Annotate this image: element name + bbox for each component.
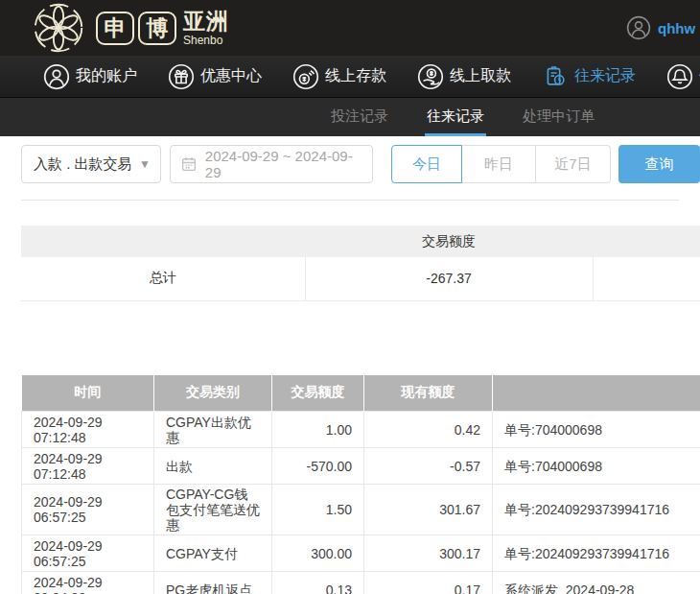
- cell-amount: 300.00: [272, 535, 364, 572]
- col-balance: 现有额度: [364, 375, 493, 412]
- cell-type: CGPAY出款优惠: [154, 412, 272, 448]
- avatar-icon: [626, 15, 651, 40]
- top-brand-bar: 申 博 亚洲 Shenbo qhhw: [0, 0, 700, 56]
- summary-total-value: -267.37: [305, 257, 593, 300]
- transactions-table: 时间 交易类别 交易额度 现有额度 摘要 2024-09-29 07:12:48…: [21, 375, 700, 594]
- cell-amount: 1.00: [272, 412, 364, 448]
- date-range-value: 2024-09-29 ~ 2024-09-29: [205, 148, 362, 180]
- cell-summary: 单号:704000698: [493, 412, 700, 448]
- col-summary: 摘要: [493, 375, 700, 412]
- nav-item-promotions[interactable]: 优惠中心: [168, 63, 262, 90]
- cell-amount: 1.50: [272, 485, 364, 535]
- nav-label: 线上存款: [325, 66, 386, 86]
- today-button[interactable]: 今日: [391, 145, 462, 183]
- nav-label: 我的账户: [76, 66, 137, 86]
- nav-label: 优惠中心: [200, 66, 262, 86]
- date-range-input[interactable]: 2024-09-29 ~ 2024-09-29: [170, 145, 373, 183]
- cell-time: 2024-09-29 02:04:08: [22, 572, 154, 594]
- summary-empty-cell: [593, 257, 700, 300]
- cell-balance: 0.17: [364, 572, 493, 594]
- cell-balance: 300.17: [364, 535, 493, 572]
- user-icon: [43, 63, 70, 90]
- flower-logo-icon: [29, 1, 88, 55]
- brand-char-bo: 博: [138, 12, 176, 45]
- transaction-type-value: 入款 . 出款交易: [34, 155, 132, 174]
- cell-summary: 单号:704000698: [493, 448, 700, 485]
- deposit-icon: [292, 63, 319, 90]
- sub-nav: 投注记录 往来记录 处理中订单: [0, 98, 700, 136]
- nav-label: 线上取款: [450, 66, 511, 86]
- table-row: 2024-09-29 07:12:48 CGPAY出款优惠 1.00 0.42 …: [22, 412, 700, 448]
- col-type: 交易类别: [154, 375, 272, 412]
- cell-balance: -0.57: [364, 448, 493, 485]
- cell-type: 出款: [154, 448, 272, 485]
- nav-item-withdraw[interactable]: 线上取款: [417, 63, 511, 90]
- brand-char-shen: 申: [96, 12, 134, 45]
- cell-summary: 单号:202409293739941716: [493, 535, 700, 572]
- bell-icon: [666, 63, 693, 90]
- brand-name-en: Shenbo: [183, 35, 229, 46]
- section-divider: [21, 200, 679, 201]
- table-header-row: 时间 交易类别 交易额度 现有额度 摘要: [22, 375, 700, 412]
- quick-range-group: 今日 昨日 近7日: [391, 145, 611, 183]
- summary-table: 交易额度 总计 -267.37: [21, 226, 700, 301]
- tab-betting-records[interactable]: 投注记录: [329, 98, 390, 136]
- summary-header-empty: [593, 226, 700, 257]
- withdraw-icon: [417, 63, 444, 90]
- chevron-down-icon: ▼: [139, 157, 151, 171]
- cell-summary: 系统派发_2024-09-28: [493, 572, 700, 594]
- username: qhhw: [658, 20, 695, 36]
- table-row: 2024-09-29 06:57:25 CGPAY支付 300.00 300.1…: [22, 535, 700, 572]
- tab-transaction-records[interactable]: 往来记录: [425, 98, 486, 136]
- summary-header-empty: [21, 226, 305, 257]
- nav-item-deposit[interactable]: 线上存款: [292, 63, 386, 90]
- cell-amount: -570.00: [272, 448, 364, 485]
- table-row: 2024-09-29 02:04:08 PG老虎机返点 0.13 0.17 系统…: [22, 572, 700, 594]
- cell-amount: 0.13: [272, 572, 364, 594]
- transaction-type-select[interactable]: 入款 . 出款交易 ▼: [21, 145, 161, 183]
- tab-pending-orders[interactable]: 处理中订单: [521, 98, 596, 136]
- summary-header-row: 交易额度: [21, 226, 700, 257]
- filter-bar: 入款 . 出款交易 ▼ 2024-09-29 ~ 2024-09-29 今日 昨…: [0, 136, 700, 200]
- brand-region: 亚洲: [183, 11, 229, 33]
- cell-time: 2024-09-29 07:12:48: [22, 448, 154, 485]
- brand-logo[interactable]: 申 博 亚洲 Shenbo: [29, 1, 229, 55]
- col-time: 时间: [22, 375, 154, 412]
- yesterday-button[interactable]: 昨日: [461, 145, 536, 183]
- last7days-button[interactable]: 近7日: [535, 145, 611, 183]
- col-amount: 交易额度: [272, 375, 364, 412]
- cell-balance: 0.42: [364, 412, 493, 448]
- summary-total-label: 总计: [21, 257, 305, 300]
- table-row: 2024-09-29 06:57:25 CGPAY-CG钱包支付笔笔送优惠 1.…: [22, 485, 700, 535]
- cell-type: CGPAY支付: [154, 535, 272, 572]
- gift-icon: [168, 63, 195, 90]
- cell-time: 2024-09-29 06:57:25: [22, 485, 154, 535]
- user-account[interactable]: qhhw: [626, 0, 695, 56]
- summary-total-row: 总计 -267.37: [21, 257, 700, 300]
- nav-item-transaction-records[interactable]: 往来记录: [542, 63, 636, 90]
- records-icon: [542, 63, 569, 90]
- summary-header-amount: 交易额度: [305, 226, 593, 257]
- table-row: 2024-09-29 07:12:48 出款 -570.00 -0.57 单号:…: [22, 448, 700, 485]
- query-button[interactable]: 查询: [618, 145, 700, 183]
- cell-time: 2024-09-29 07:12:48: [22, 412, 154, 448]
- cell-summary: 单号:202409293739941716: [493, 485, 700, 535]
- cell-time: 2024-09-29 06:57:25: [22, 535, 154, 572]
- nav-item-messages[interactable]: 信息: [666, 63, 700, 90]
- cell-type: CGPAY-CG钱包支付笔笔送优惠: [154, 485, 272, 535]
- calendar-icon: [180, 155, 198, 173]
- cell-type: PG老虎机返点: [154, 572, 272, 594]
- main-nav: 我的账户 优惠中心 线上存款 线上取款: [0, 56, 700, 98]
- nav-item-my-account[interactable]: 我的账户: [43, 63, 137, 90]
- cell-balance: 301.67: [364, 485, 493, 535]
- nav-label: 往来记录: [574, 66, 636, 86]
